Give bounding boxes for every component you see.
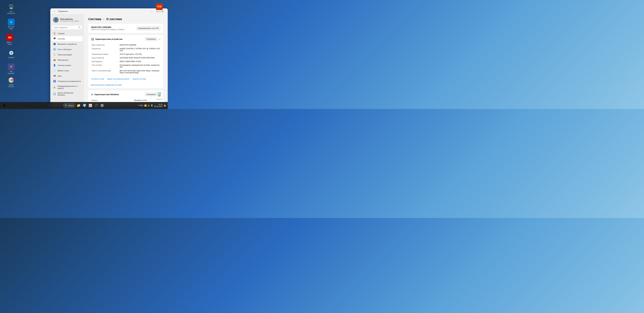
- sidebar-item-label: Центр обновления Windows: [58, 92, 81, 96]
- window-title: Параметры: [58, 10, 68, 12]
- table-row: Тип системы 64-разрядная операционная си…: [91, 63, 160, 69]
- search-icon: 🔍: [78, 26, 81, 28]
- minimize-button[interactable]: ─: [149, 9, 154, 13]
- sidebar-item-apps[interactable]: 📦 Приложения: [52, 58, 83, 62]
- sidebar-item-accessibility[interactable]: ♿ Специальные возможности: [52, 79, 83, 84]
- back-button[interactable]: ←: [52, 9, 56, 13]
- copy-device-button[interactable]: Копировать: [145, 37, 158, 41]
- taskbar-icon-browser[interactable]: 🌍: [82, 103, 87, 108]
- table-row: Имя устройства DESKTOP-LRN630N: [91, 43, 160, 47]
- settings-body: 👤 Пользователь Локальная учетная запись …: [50, 14, 168, 106]
- tray-wifi-icon[interactable]: 📶: [144, 104, 146, 106]
- personalization-icon: ✏️: [53, 53, 56, 56]
- sidebar-item-gaming[interactable]: 🎮 Игры: [52, 73, 83, 78]
- search-input[interactable]: [54, 26, 77, 28]
- sidebar-item-update[interactable]: 🔄 Центр обновления Windows: [52, 91, 83, 97]
- collapse-device-button[interactable]: ∧: [159, 38, 160, 40]
- home-icon: 🏠: [53, 32, 56, 35]
- settings-window: ← Параметры ─ □ ✕ 👤 Пользователь Локальн…: [50, 8, 168, 106]
- time-display[interactable]: 12:14 03.01.2024: [154, 104, 162, 108]
- user-section[interactable]: 👤 Пользователь Локальная учетная запись: [52, 16, 83, 24]
- sidebar-item-system[interactable]: 🖥️ Система: [52, 36, 83, 41]
- desktop-icon-ultraiso[interactable]: 💿 UltraISO: [6, 49, 17, 59]
- ultraiso-label: UltraISO: [8, 57, 14, 58]
- search-box[interactable]: 🔍: [52, 26, 82, 30]
- taskbar-icon-store[interactable]: 🪟: [88, 103, 93, 108]
- aida64-label: aida64 —ярлык: [6, 41, 13, 45]
- table-row: Код устройства 1EE7B33E-4D3C-4F28-9F79-E…: [91, 56, 160, 60]
- desktop-icon-chrome[interactable]: GoogleChrome: [6, 76, 17, 88]
- taskbar-icon-music[interactable]: 🎵: [94, 103, 99, 108]
- avatar: 👤: [53, 17, 59, 23]
- row-value: 64-разрядная операционная система, проце…: [119, 63, 160, 69]
- chrome-label: GoogleChrome: [8, 84, 14, 88]
- bluetooth-icon: 🔵: [53, 42, 56, 46]
- sidebar-item-bluetooth[interactable]: 🔵 Bluetooth и устройства: [52, 42, 83, 46]
- sidebar-item-home[interactable]: 🏠 Главная: [52, 31, 83, 36]
- start-button[interactable]: ⊞: [2, 103, 7, 108]
- link-protection[interactable]: Защита системы: [133, 78, 146, 80]
- sidebar-item-time[interactable]: 🕐 Время и язык: [52, 68, 83, 73]
- device-name: DESKTOP-LRN630N: [91, 26, 125, 28]
- table-row: Выпуск Windows 11 Pro: [91, 98, 160, 102]
- sidebar-item-personalization[interactable]: ✏️ Персонализация: [52, 52, 83, 57]
- desktop-icon-this-pc[interactable]: 🖥️ Этоткомпьютер: [6, 3, 17, 15]
- taskbar: ⊞ 🔍 Поиск 📁 🌍 🪟 🎵 ⚙️ ^ РУС 📶 🔊 🔋 12:14 0…: [0, 102, 168, 109]
- desktop-icon-farcry6[interactable]: FC6 Far Cry 6: [154, 3, 165, 13]
- recycle-icon: 🗑️: [156, 91, 163, 98]
- sidebar-item-label: Время и язык: [58, 70, 69, 72]
- taskbar-left: ⊞: [2, 103, 7, 108]
- sidebar-item-label: Учетные записи: [58, 64, 71, 66]
- time-icon: 🕐: [53, 69, 56, 72]
- link-advanced-params[interactable]: Дополнительные параметры системы: [91, 84, 160, 86]
- taskbar-right: ^ РУС 📶 🔊 🔋 12:14 03.01.2024 🔔: [138, 104, 166, 108]
- link-by-theme[interactable]: Ссылки по теме: [91, 78, 104, 80]
- apps-icon: 📦: [53, 58, 56, 61]
- breadcrumb: Система › О системе: [88, 17, 163, 21]
- title-bar: ← Параметры ─ □ ✕: [50, 8, 168, 14]
- tray-volume-icon[interactable]: 🔊: [148, 104, 150, 106]
- row-label: Тип системы: [91, 63, 119, 69]
- row-label: Процессор: [91, 47, 119, 52]
- clock-time: 12:14: [154, 104, 162, 106]
- sidebar-item-label: Специальные возможности: [58, 80, 81, 82]
- accounts-icon: 👤: [53, 64, 56, 67]
- row-value: DESKTOP-LRN630N: [119, 43, 160, 47]
- taskbar-search[interactable]: 🔍 Поиск: [63, 103, 75, 108]
- breadcrumb-current: О системе: [106, 17, 122, 21]
- sidebar-item-accounts[interactable]: 👤 Учетные записи: [52, 63, 83, 68]
- table-row: Оперативная память 16,0 ГБ (доступно: 15…: [91, 52, 160, 56]
- privacy-icon: 🔒: [53, 86, 56, 88]
- sidebar-item-label: Персонализация: [58, 54, 72, 56]
- sidebar-item-label: Главная: [58, 32, 64, 34]
- taskbar-icon-settings[interactable]: ⚙️: [99, 103, 105, 108]
- tray-battery-icon[interactable]: 🔋: [151, 104, 153, 106]
- windows-section-header: ⊞ Характеристики Windows Копировать ∧: [91, 93, 160, 96]
- section-links: Ссылки по теме Домен или рабочая группа …: [91, 76, 160, 82]
- row-label: Код продукта: [91, 60, 119, 63]
- system-icon: 🖥️: [53, 37, 56, 40]
- table-row: Перо и сенсорный ввод Для этого монитора…: [91, 69, 160, 74]
- breadcrumb-separator: ›: [103, 17, 104, 21]
- rename-pc-button[interactable]: Переименовать этот ПК: [136, 26, 160, 30]
- device-identity: DESKTOP-LRN630N ASUS TUF Gaming F15 FX50…: [91, 26, 125, 30]
- tray-language[interactable]: РУС: [140, 104, 144, 106]
- link-domain[interactable]: Домен или рабочая группа: [108, 78, 129, 80]
- tray-chevron-icon[interactable]: ^: [138, 104, 139, 106]
- desktop-icon-reg-organizer[interactable]: R RegOrganizer: [6, 63, 17, 75]
- desktop-icon-edge[interactable]: e MicrosoftEdge: [6, 18, 17, 30]
- taskbar-center: 🔍 Поиск 📁 🌍 🪟 🎵 ⚙️: [63, 103, 105, 108]
- sidebar-item-privacy[interactable]: 🔒 Конфиденциальность и защита: [52, 84, 83, 90]
- farcry6-label: Far Cry 6: [156, 10, 162, 12]
- svg-point-3: [10, 79, 12, 81]
- desktop-icon-recycle[interactable]: 🗑️ Корзина: [154, 90, 165, 100]
- sidebar-item-network[interactable]: 🌐 Сеть и Интернет: [52, 47, 83, 52]
- tray-notification-icon[interactable]: 🔔: [164, 104, 166, 106]
- taskbar-icon-files[interactable]: 📁: [76, 103, 81, 108]
- row-value: 16,0 ГБ (доступно: 15,8 ГБ): [119, 52, 160, 56]
- desktop-icon-aida64[interactable]: 64 aida64 —ярлык: [4, 34, 15, 46]
- device-characteristics-section: ℹ️ Характеристики устройства Копировать …: [88, 35, 163, 88]
- search-label: Поиск: [68, 104, 73, 106]
- row-label: Оперативная память: [91, 52, 119, 56]
- row-value: Для этого монитора недоступен ввод с пом…: [119, 69, 160, 74]
